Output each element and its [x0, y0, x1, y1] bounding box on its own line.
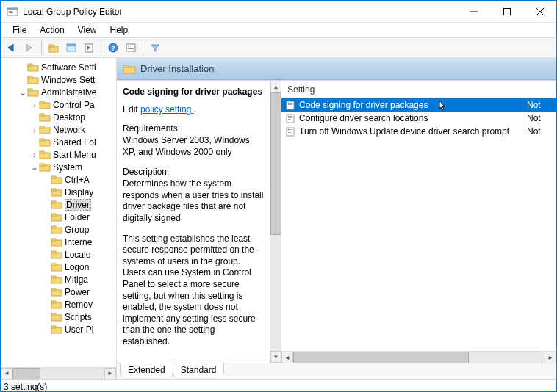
scroll-left-button[interactable]: ◄ [281, 352, 293, 363]
tree-item[interactable]: Scripts [1, 311, 116, 323]
requirements-text: Windows Server 2003, Windows XP, and Win… [123, 135, 264, 158]
svg-rect-62 [51, 326, 56, 328]
column-setting[interactable]: Setting [287, 84, 556, 95]
svg-rect-42 [51, 201, 56, 203]
folder-icon [39, 112, 51, 123]
svg-rect-20 [28, 64, 32, 66]
tree-item[interactable]: Interne [1, 236, 116, 248]
tree-item-label: Ctrl+A [65, 175, 90, 185]
tree-item[interactable]: Logon [1, 261, 116, 273]
tree-item[interactable]: ›Network [1, 123, 116, 136]
chevron-right-icon[interactable]: › [30, 150, 39, 159]
scroll-up-button[interactable]: ▲ [270, 81, 281, 92]
svg-rect-5 [503, 8, 510, 15]
tree-item[interactable]: User Pi [1, 323, 116, 335]
list-header[interactable]: Setting [281, 81, 556, 98]
tree-item[interactable]: Locale [1, 248, 116, 261]
list-setting-name: Turn off Windows Update device driver se… [299, 126, 527, 137]
properties-button[interactable] [123, 40, 139, 56]
tab-standard[interactable]: Standard [173, 363, 225, 377]
list-horizontal-scrollbar[interactable]: ◄ ► [281, 351, 556, 363]
tree-item[interactable]: Remov [1, 298, 116, 311]
folder-icon [27, 75, 39, 85]
description-vertical-scrollbar[interactable]: ▲ ▼ [270, 81, 281, 363]
tree-item-label: Control Pa [53, 100, 95, 110]
description-label: Description: [123, 167, 264, 177]
tree-item[interactable]: ›Control Pa [1, 98, 116, 111]
tree-item-label: Mitiga [65, 275, 88, 285]
scroll-left-button[interactable]: ◄ [1, 368, 12, 380]
tree-item[interactable]: Driver [1, 198, 116, 211]
tree-item[interactable]: Group [1, 223, 116, 236]
folder-icon [51, 187, 62, 197]
svg-rect-2 [9, 11, 12, 12]
policy-icon [284, 126, 296, 137]
list-row[interactable]: Code signing for driver packagesNot [281, 98, 556, 112]
menu-view[interactable]: View [72, 24, 103, 36]
svg-rect-32 [40, 139, 44, 141]
folder-icon [39, 125, 51, 135]
tree-item[interactable]: Shared Fol [1, 136, 116, 148]
refresh-button[interactable] [63, 40, 79, 56]
folder-icon [51, 200, 62, 210]
tree-horizontal-scrollbar[interactable]: ◄ ► [1, 367, 116, 379]
menu-file[interactable]: File [7, 24, 32, 36]
chevron-down-icon[interactable]: ⌄ [30, 162, 39, 173]
maximize-button[interactable] [490, 1, 523, 22]
list-row[interactable]: Turn off Windows Update device driver se… [281, 125, 556, 138]
scroll-thumb[interactable] [12, 368, 40, 380]
svg-rect-44 [51, 214, 56, 216]
tree-item[interactable]: Windows Sett [1, 73, 116, 86]
svg-rect-1 [7, 8, 18, 10]
scroll-down-button[interactable]: ▼ [270, 351, 281, 363]
folder-icon [51, 287, 62, 297]
export-button[interactable] [81, 40, 97, 56]
menu-action[interactable]: Action [34, 24, 70, 36]
svg-rect-17 [130, 46, 134, 46]
tab-extended[interactable]: Extended [120, 363, 173, 377]
tree-item[interactable]: Ctrl+A [1, 173, 116, 186]
titlebar: Local Group Policy Editor [1, 1, 556, 23]
policy-icon [284, 100, 296, 110]
list-row[interactable]: Configure driver search locationsNot [281, 112, 556, 125]
help-button[interactable]: ? [105, 40, 121, 56]
toolbar-separator [143, 40, 143, 55]
forward-button[interactable] [21, 40, 37, 56]
tree-item[interactable]: Desktop [1, 111, 116, 123]
scroll-right-button[interactable]: ► [104, 368, 116, 380]
svg-rect-26 [40, 101, 44, 104]
tree-item[interactable]: Display [1, 186, 116, 198]
tree-item[interactable]: Software Setti [1, 61, 116, 73]
tree-item[interactable]: Folder [1, 211, 116, 223]
menubar: File Action View Help [1, 23, 556, 37]
minimize-button[interactable] [457, 1, 490, 22]
chevron-down-icon[interactable]: ⌄ [18, 87, 27, 98]
svg-rect-40 [51, 189, 56, 191]
content-header: Driver Installation [117, 58, 556, 80]
svg-rect-30 [40, 126, 44, 128]
folder-icon [39, 162, 51, 173]
tree-item[interactable]: ⌄System [1, 161, 116, 173]
scroll-thumb[interactable] [270, 92, 281, 235]
policy-icon [284, 113, 296, 123]
tree-pane: Software SettiWindows Sett⌄Administrativ… [1, 58, 117, 379]
folder-icon [51, 312, 62, 322]
chevron-right-icon[interactable]: › [30, 101, 39, 109]
up-button[interactable] [46, 40, 62, 56]
svg-point-16 [128, 46, 129, 47]
scroll-right-button[interactable]: ► [545, 352, 556, 363]
tree-item[interactable]: ›Start Menu [1, 148, 116, 161]
tree-item-label: Folder [65, 212, 90, 222]
tree-item[interactable]: ⌄Administrative [1, 86, 116, 98]
close-button[interactable] [523, 1, 556, 22]
back-button[interactable] [4, 40, 20, 56]
folder-icon [51, 324, 62, 335]
filter-button[interactable] [147, 40, 163, 56]
tree-item[interactable]: Mitiga [1, 273, 116, 286]
tree-item[interactable]: Power [1, 286, 116, 298]
scroll-thumb[interactable] [293, 352, 469, 363]
list-setting-state: Not [527, 100, 556, 110]
chevron-right-icon[interactable]: › [30, 126, 39, 134]
edit-policy-link[interactable]: policy setting [140, 104, 194, 115]
menu-help[interactable]: Help [104, 24, 134, 36]
